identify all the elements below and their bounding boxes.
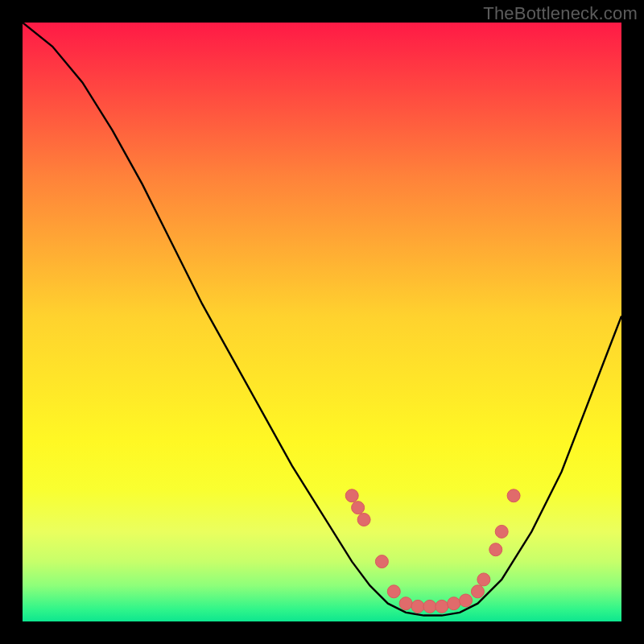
marker-point [477, 573, 490, 586]
marker-point [423, 600, 436, 613]
chart-frame: TheBottleneck.com [0, 0, 644, 644]
marker-point [471, 585, 484, 598]
marker-point [507, 489, 520, 502]
marker-point [411, 600, 424, 613]
chart-svg [23, 23, 621, 621]
marker-point [399, 597, 412, 610]
marker-point [448, 597, 460, 610]
attribution-label: TheBottleneck.com [483, 3, 638, 24]
marker-point [436, 600, 448, 613]
marker-point [387, 585, 400, 598]
marker-point [495, 525, 508, 538]
marker-point [375, 555, 388, 568]
marker-point [345, 489, 358, 502]
marker-point [489, 543, 502, 556]
plot-area [23, 23, 621, 621]
marker-point [357, 514, 370, 526]
marker-point [460, 594, 473, 607]
marker-point [352, 502, 365, 514]
